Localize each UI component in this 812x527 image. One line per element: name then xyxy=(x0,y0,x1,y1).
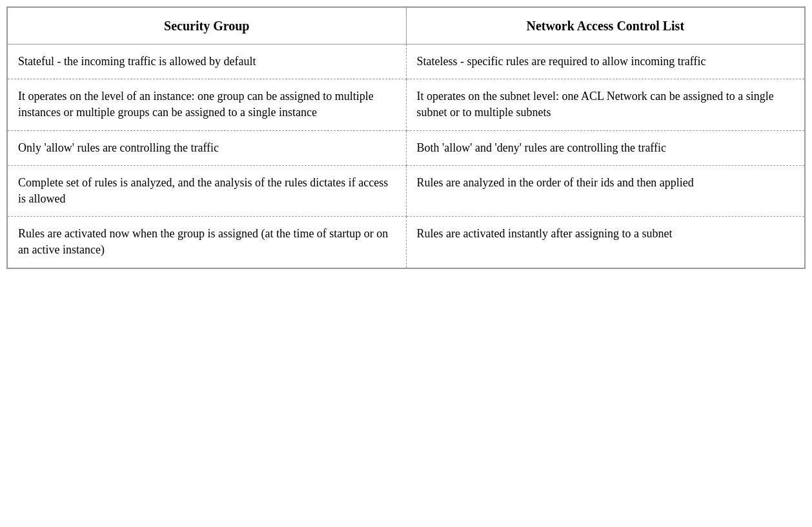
row-0-col1: Stateful - the incoming traffic is allow… xyxy=(7,45,406,79)
row-3-col2: Rules are analyzed in the order of their… xyxy=(406,165,805,216)
row-3-col1: Complete set of rules is analyzed, and t… xyxy=(7,165,406,216)
table-row: Only 'allow' rules are controlling the t… xyxy=(7,130,805,165)
table-row: Stateful - the incoming traffic is allow… xyxy=(7,45,805,79)
row-0-col2: Stateless - specific rules are required … xyxy=(406,45,805,79)
header-security-group: Security Group xyxy=(7,7,406,45)
table-row: It operates on the level of an instance:… xyxy=(7,79,805,130)
table-row: Rules are activated now when the group i… xyxy=(7,217,805,268)
comparison-table: Security Group Network Access Control Li… xyxy=(6,6,806,269)
row-1-col1: It operates on the level of an instance:… xyxy=(7,79,406,130)
table-row: Complete set of rules is analyzed, and t… xyxy=(7,165,805,216)
row-1-col2: It operates on the subnet level: one ACL… xyxy=(406,79,805,130)
row-2-col2: Both 'allow' and 'deny' rules are contro… xyxy=(406,130,805,165)
row-4-col1: Rules are activated now when the group i… xyxy=(7,217,406,268)
row-4-col2: Rules are activated instantly after assi… xyxy=(406,217,805,268)
header-network-acl: Network Access Control List xyxy=(406,7,805,45)
row-2-col1: Only 'allow' rules are controlling the t… xyxy=(7,130,406,165)
